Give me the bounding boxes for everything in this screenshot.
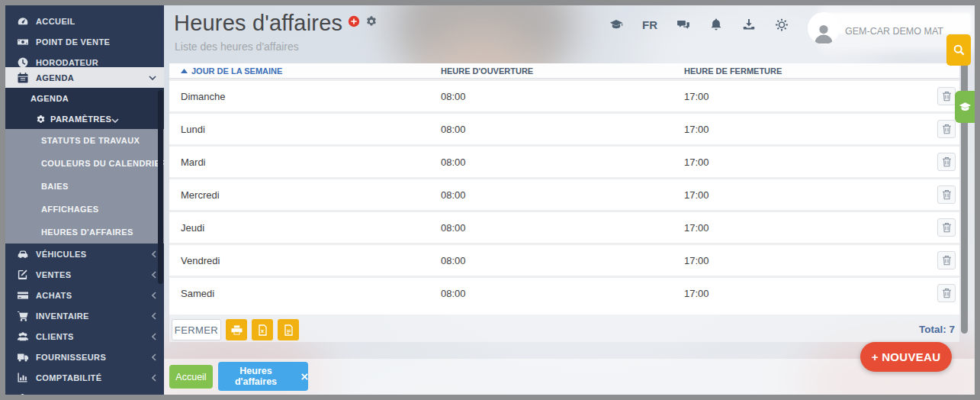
- avatar[interactable]: [808, 12, 840, 44]
- column-header-open[interactable]: HEURE D'OUVERTURE: [441, 63, 533, 79]
- car-icon: [16, 247, 29, 260]
- main-scrollbar-thumb[interactable]: [961, 37, 968, 334]
- chevron-down-icon: [149, 76, 156, 80]
- sidebar-item-accueil[interactable]: ACCUEIL: [5, 11, 164, 31]
- chevron-left-icon: [152, 250, 156, 258]
- sidebar-item-clients[interactable]: CLIENTS: [5, 326, 164, 347]
- submenu-item-parametres[interactable]: PARAMÈTRES: [5, 108, 164, 129]
- cart-icon: [16, 309, 29, 322]
- submenu-item-label: BAIES: [41, 182, 69, 191]
- agenda-submenu: AGENDA PARAMÈTRES: [5, 88, 164, 129]
- submenu-item-couleurs-du-calendrier[interactable]: COULEURS DU CALENDRIER: [5, 152, 164, 175]
- delete-row-button[interactable]: [937, 251, 956, 269]
- cell-open: 08:00: [441, 288, 466, 299]
- sidebar-item-vehicules[interactable]: VÉHICULES: [5, 244, 164, 264]
- sidebar-item-inventaire[interactable]: INVENTAIRE: [5, 305, 164, 326]
- sidebar-item-label: INVENTAIRE: [36, 311, 89, 321]
- cell-day: Jeudi: [181, 222, 204, 234]
- table-row[interactable]: Mercredi 08:00 17:00: [169, 177, 959, 210]
- top-toolbar: FR GEM-CAR DEMO MAT: [609, 8, 943, 40]
- submenu-item-statuts-de-travaux[interactable]: STATUTS DE TRAVAUX: [5, 129, 164, 152]
- bell-icon[interactable]: [709, 18, 723, 31]
- column-header-close[interactable]: HEURE DE FERMETURE: [684, 63, 782, 79]
- page-settings-gear-icon[interactable]: [365, 15, 378, 27]
- sidebar-item-label: HORODATEUR: [36, 58, 98, 67]
- sidebar-item-label: AGENDA: [36, 73, 74, 82]
- close-icon[interactable]: [301, 373, 308, 380]
- submenu-item-heures-d-affaires[interactable]: HEURES D'AFFAIRES: [5, 221, 164, 244]
- total-count: Total: 7: [919, 324, 955, 335]
- sidebar-item-label: ACHATS: [36, 291, 72, 300]
- submenu-item-agenda[interactable]: AGENDA: [5, 88, 164, 108]
- sidebar-item-achats[interactable]: ACHATS: [5, 285, 164, 305]
- tab-label: Heures d'affaires: [218, 366, 294, 387]
- tutorial-tab[interactable]: [955, 91, 975, 123]
- tab-heures-d-affaires[interactable]: Heures d'affaires: [218, 362, 308, 391]
- table-row[interactable]: Vendredi 08:00 17:00: [169, 243, 959, 276]
- chevron-left-icon: [152, 292, 156, 299]
- sidebar-item-fournisseurs[interactable]: FOURNISSEURS: [5, 347, 164, 367]
- delete-row-button[interactable]: [937, 284, 956, 302]
- submenu-item-label: STATUTS DE TRAVAUX: [41, 136, 140, 145]
- graduation-cap-icon[interactable]: [609, 18, 623, 31]
- tab-accueil[interactable]: Accueil: [169, 365, 213, 389]
- cell-day: Mardi: [181, 156, 206, 168]
- close-button[interactable]: FERMER: [172, 319, 221, 340]
- export-pdf-button[interactable]: [278, 319, 299, 340]
- sidebar-scrollbar-thumb[interactable]: [158, 90, 163, 284]
- cell-open: 08:00: [441, 156, 466, 168]
- delete-row-button[interactable]: [937, 153, 956, 171]
- sidebar-item-label: VENTES: [36, 270, 71, 279]
- user-name[interactable]: GEM-CAR DEMO MAT: [845, 26, 943, 37]
- column-header-label: HEURE DE FERMETURE: [684, 66, 782, 76]
- table-row[interactable]: Samedi 08:00 17:00: [169, 276, 959, 308]
- submenu-item-label: AFFICHAGES: [41, 205, 99, 214]
- cell-open: 08:00: [441, 124, 466, 135]
- sidebar-item-label: COMPTABILITÉ: [36, 373, 101, 382]
- sidebar-item-comptabilite[interactable]: COMPTABILITÉ: [5, 367, 164, 388]
- table-row[interactable]: Dimanche 08:00 17:00: [169, 79, 959, 111]
- dashboard-icon: [16, 15, 29, 27]
- sidebar-item-agenda[interactable]: AGENDA: [5, 67, 164, 88]
- svg-text:x: x: [261, 327, 265, 334]
- delete-row-button[interactable]: [937, 87, 956, 105]
- truck-icon: [16, 350, 29, 363]
- chevron-left-icon: [152, 395, 156, 395]
- submenu-item-baies[interactable]: BAIES: [5, 175, 164, 198]
- cell-open: 08:00: [441, 255, 466, 266]
- submenu-item-label: AGENDA: [31, 94, 69, 103]
- new-button[interactable]: + NOUVEAU: [860, 342, 952, 372]
- table-row[interactable]: Jeudi 08:00 17:00: [169, 210, 959, 243]
- delete-row-button[interactable]: [937, 120, 956, 138]
- print-button[interactable]: [226, 319, 247, 340]
- language-switcher[interactable]: FR: [642, 18, 657, 31]
- person-icon: [16, 392, 29, 395]
- sidebar-item-point-de-vente[interactable]: POINT DE VENTE: [5, 31, 164, 52]
- cell-close: 17:00: [684, 189, 709, 201]
- export-excel-button[interactable]: x: [252, 319, 273, 340]
- settings-gear-outline-icon[interactable]: [775, 18, 789, 31]
- users-icon: [16, 330, 29, 343]
- sidebar-item-ventes[interactable]: VENTES: [5, 264, 164, 285]
- cell-open: 08:00: [441, 91, 466, 102]
- column-header-day[interactable]: JOUR DE LA SEMAINE: [181, 63, 282, 79]
- bar-chart-icon: [16, 371, 29, 384]
- delete-row-button[interactable]: [937, 185, 956, 204]
- add-icon[interactable]: [348, 15, 360, 27]
- download-icon[interactable]: [742, 18, 756, 31]
- table-header: JOUR DE LA SEMAINE HEURE D'OUVERTURE HEU…: [169, 63, 959, 79]
- cell-close: 17:00: [684, 156, 709, 168]
- delete-row-button[interactable]: [937, 218, 956, 237]
- submenu-item-label: COULEURS DU CALENDRIER: [41, 159, 164, 168]
- gear-icon: [36, 114, 46, 124]
- submenu-item-affichages[interactable]: AFFICHAGES: [5, 198, 164, 221]
- table-row[interactable]: Mardi 08:00 17:00: [169, 144, 959, 177]
- cell-day: Vendredi: [181, 255, 220, 266]
- search-button[interactable]: [946, 34, 971, 66]
- table-row[interactable]: Lundi 08:00 17:00: [169, 111, 959, 144]
- column-header-label: HEURE D'OUVERTURE: [441, 66, 533, 76]
- sidebar-item-ressources-humaines[interactable]: RESSOURCES HUMAINES: [5, 388, 164, 395]
- chat-icon[interactable]: [676, 18, 690, 31]
- sidebar-item-label: CLIENTS: [36, 332, 74, 341]
- main-content: Heures d'affaires Liste des heures d'aff…: [164, 5, 975, 395]
